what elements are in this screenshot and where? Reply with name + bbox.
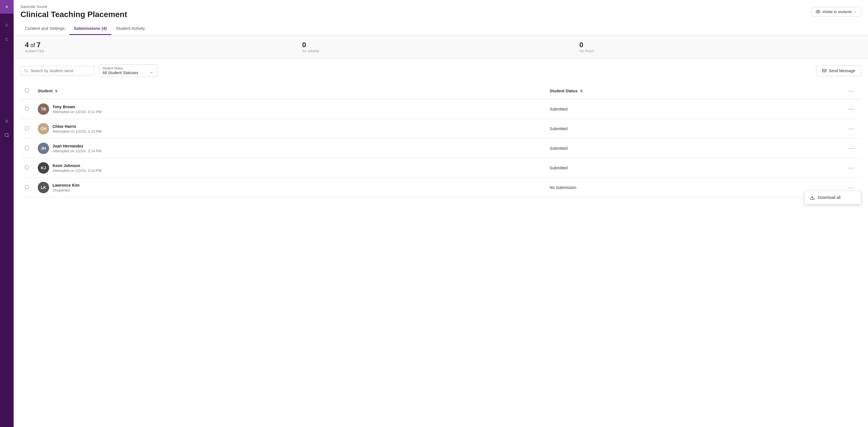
avatar: JH [38, 143, 49, 154]
student-details: Tony Brown Attempted on 1/2/24, 3:11 PM [53, 105, 102, 114]
chevron-down-icon [854, 10, 857, 13]
tab-activity[interactable]: Student Activity [111, 23, 150, 35]
status-badge: Submitted [550, 146, 567, 150]
th-student: Student ⇅ [33, 83, 545, 99]
avatar-initials: LK [41, 185, 46, 190]
sidebar-item-c2[interactable]: C [0, 32, 13, 46]
to-post-label: TO POST [579, 50, 594, 53]
table-row: TB Tony Brown Attempted on 1/2/24, 3:11 … [21, 99, 861, 119]
svg-point-2 [817, 11, 818, 12]
to-grade-label: TO GRADE [302, 50, 320, 53]
avatar-initials: JH [41, 146, 46, 150]
status-badge: No Submission [550, 185, 576, 190]
table-more-button[interactable]: ··· [846, 86, 857, 96]
submitted-value: 4 [25, 41, 29, 49]
student-name: Chloe Harris [53, 124, 102, 129]
avatar: LK [38, 182, 49, 193]
sidebar-item-c1[interactable]: C [0, 18, 13, 32]
svg-line-4 [27, 72, 28, 73]
status-cell: Submitted [545, 158, 841, 178]
status-sort-icon[interactable]: ⇅ [580, 89, 583, 93]
svg-point-3 [25, 69, 28, 72]
student-cell: CH Chloe Harris Attempted on 1/2/24, 3:1… [33, 119, 545, 139]
stat-to-post: 0 TO POST [579, 41, 857, 53]
student-info: CH Chloe Harris Attempted on 1/2/24, 3:1… [38, 123, 540, 134]
student-attempt: Attempted on 1/2/24, 3:14 PM [53, 149, 102, 153]
student-name: Juan Hernandez [53, 144, 102, 148]
search-icon [24, 68, 28, 73]
student-attempt: Unopened [53, 188, 80, 192]
th-status: Student Status ⇅ [545, 83, 841, 99]
row-more-button[interactable]: ··· [846, 143, 857, 153]
row-checkbox[interactable] [25, 146, 29, 150]
submissions-table: Student ⇅ Student Status ⇅ ··· [21, 83, 861, 197]
send-message-button[interactable]: Send Message [816, 65, 861, 76]
row-more-button[interactable]: ··· [846, 163, 857, 173]
select-all-checkbox[interactable] [25, 89, 29, 92]
student-details: Keon Johnson Attempted on 1/2/24, 3:16 P… [53, 163, 102, 173]
th-actions: ··· [842, 83, 861, 99]
table-container: Student ⇅ Student Status ⇅ ··· [13, 83, 868, 427]
download-all-label: Download all [818, 195, 840, 200]
row-checkbox[interactable] [25, 107, 29, 111]
actions-cell: ··· [842, 119, 861, 139]
avatar-initials: TB [41, 107, 46, 111]
status-cell: No Submission [545, 178, 841, 197]
sidebar: × C C D [0, 0, 13, 427]
student-details: Lawrence Kim Unopened [53, 183, 80, 192]
toolbar-left: Student Status All Student Statuses [21, 64, 157, 77]
sidebar-item-search[interactable] [0, 129, 13, 142]
download-all-item[interactable]: Download all [805, 191, 861, 204]
avatar-initials: CH [40, 126, 46, 131]
main-content: Nashville Sound Clinical Teaching Placem… [13, 0, 868, 427]
close-button[interactable]: × [0, 0, 13, 13]
table-row: CH Chloe Harris Attempted on 1/2/24, 3:1… [21, 119, 861, 139]
row-checkbox[interactable] [25, 126, 29, 130]
student-attempt: Attempted on 1/2/24, 3:11 PM [53, 110, 102, 114]
student-attempt: Attempted on 1/2/24, 3:13 PM [53, 129, 102, 134]
th-checkbox [21, 83, 33, 99]
student-info: KJ Keon Johnson Attempted on 1/2/24, 3:1… [38, 162, 540, 174]
student-sort-icon[interactable]: ⇅ [55, 89, 58, 93]
student-info: JH Juan Hernandez Attempted on 1/2/24, 3… [38, 143, 540, 154]
status-filter-label: Student Status [102, 66, 154, 70]
student-details: Juan Hernandez Attempted on 1/2/24, 3:14… [53, 144, 102, 153]
row-checkbox[interactable] [25, 166, 29, 169]
row-checkbox-cell [21, 119, 33, 139]
status-badge: Submitted [550, 126, 567, 131]
status-filter-value: All Student Statuses [102, 70, 138, 75]
table-row: LK Lawrence Kim Unopened No Submission ·… [21, 178, 861, 197]
row-checkbox-cell [21, 99, 33, 119]
row-checkbox[interactable] [25, 185, 29, 189]
visibility-label: Visible to students [822, 10, 852, 14]
table-row: JH Juan Hernandez Attempted on 1/2/24, 3… [21, 139, 861, 158]
student-cell: JH Juan Hernandez Attempted on 1/2/24, 3… [33, 139, 545, 158]
status-badge: Submitted [550, 166, 567, 170]
row-more-button[interactable]: ··· [846, 104, 857, 114]
tab-content[interactable]: Content and Settings [21, 23, 69, 35]
stats-bar: 4 of 7 SUBMITTED 0 TO GRADE 0 TO POST [13, 35, 868, 59]
student-attempt: Attempted on 1/2/24, 3:16 PM [53, 168, 102, 173]
search-box[interactable] [21, 66, 94, 76]
table-row: KJ Keon Johnson Attempted on 1/2/24, 3:1… [21, 158, 861, 178]
sidebar-item-d[interactable]: D [0, 114, 13, 128]
page-title: Clinical Teaching Placement [21, 10, 127, 19]
eye-icon [816, 9, 820, 14]
avatar: TB [38, 104, 49, 115]
avatar: KJ [38, 162, 49, 174]
row-checkbox-cell [21, 178, 33, 197]
status-cell: Submitted [545, 139, 841, 158]
submitted-label: SUBMITTED [25, 50, 44, 53]
toolbar: Student Status All Student Statuses Send… [13, 59, 868, 83]
tab-submissions[interactable]: Submissions (4) [69, 23, 111, 35]
status-filter-dropdown[interactable]: Student Status All Student Statuses [99, 64, 157, 77]
tabs: Content and Settings Submissions (4) Stu… [21, 23, 861, 35]
actions-cell: ··· [842, 99, 861, 119]
search-input[interactable] [30, 68, 91, 73]
student-cell: TB Tony Brown Attempted on 1/2/24, 3:11 … [33, 99, 545, 119]
student-name: Keon Johnson [53, 163, 102, 168]
visibility-button[interactable]: Visible to students [811, 7, 861, 17]
submitted-of: of [29, 42, 37, 48]
to-post-value: 0 [579, 41, 583, 49]
row-more-button[interactable]: ··· [846, 124, 857, 134]
